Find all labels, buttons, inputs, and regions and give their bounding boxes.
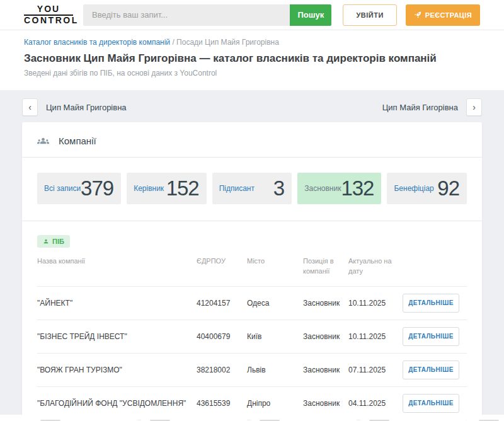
next-person-label: Цип Майя Гигорівна — [382, 103, 458, 112]
search-input[interactable] — [83, 4, 290, 26]
position-cell: Засновник — [303, 299, 348, 308]
table-row: "БІЗНЕС ТРЕЙД ІНВЕСТ" 40400679 Київ Засн… — [37, 320, 467, 354]
groups-icon — [37, 135, 49, 147]
table-header-row: Назва компанії ЄДРПОУ Місто Позиція в ко… — [37, 257, 467, 287]
bottom-card-row — [0, 415, 504, 421]
bottom-card[interactable] — [141, 415, 247, 421]
bottom-card[interactable] — [470, 415, 504, 421]
tab-value: 3 — [273, 176, 284, 200]
col-header-position: Позиція в компанії — [303, 257, 348, 277]
companies-table: ПІБ Назва компанії ЄДРПОУ Місто Позиція … — [22, 235, 482, 420]
prev-person-button[interactable]: ‹ — [22, 98, 38, 116]
tab-all-records[interactable]: Всі записи 379 — [37, 173, 121, 204]
city-cell: Дніпро — [247, 399, 303, 408]
tab-value: 132 — [341, 176, 374, 200]
details-button[interactable]: ДЕТАЛЬНІШЕ — [403, 394, 459, 413]
date-cell: 04.11.2025 — [348, 399, 403, 408]
pager-next-group: Цип Майя Гигорівна › — [374, 98, 482, 116]
bottom-card[interactable] — [0, 415, 28, 421]
edrpou-cell: 40400679 — [197, 332, 247, 341]
company-name-cell: "АЙНЕКТ" — [37, 299, 197, 308]
filter-badge-row: ПІБ — [37, 235, 467, 248]
main-content: ‹ Цип Майя Григорівна Цип Майя Гигорівна… — [0, 90, 504, 421]
search-button[interactable]: Пошук — [290, 4, 331, 26]
companies-card: Компанії Всі записи 379 Керівник 152 Під… — [22, 122, 482, 421]
page-title: Засновник Цип Майя Григорівна — каталог … — [24, 52, 480, 65]
table-row: "ВОЯЖ ГРАН ТУРІЗМО" 38218002 Львів Засно… — [37, 354, 467, 387]
tab-benefitsiar[interactable]: Бенефіціар 92 — [387, 173, 467, 204]
details-button[interactable]: ДЕТАЛЬНІШЕ — [403, 360, 459, 379]
top-section: YOU CONTROL Пошук УВІЙТИ РЕЄСТРАЦІЯ Ката… — [0, 0, 504, 90]
position-cell: Засновник — [303, 399, 348, 408]
details-button[interactable]: ДЕТАЛЬНІШЕ — [403, 327, 459, 346]
company-name-cell: "БІЗНЕС ТРЕЙД ІНВЕСТ" — [37, 332, 197, 341]
tab-zasnovnyk[interactable]: Засновник 132 — [297, 173, 381, 204]
chevron-left-icon: ‹ — [28, 103, 32, 112]
tab-kerivnyk[interactable]: Керівник 152 — [127, 173, 207, 204]
page-header: Каталог власників та директорів компаній… — [0, 30, 504, 90]
chevron-right-icon: › — [472, 103, 476, 112]
tab-value: 152 — [166, 176, 199, 200]
header: YOU CONTROL Пошук УВІЙТИ РЕЄСТРАЦІЯ — [0, 0, 504, 30]
company-name-cell: "БЛАГОДІЙНИЙ ФОНД "УСВІДОМЛЕННЯ" — [37, 399, 197, 408]
breadcrumb-link[interactable]: Каталог власників та директорів компаній — [24, 38, 170, 47]
register-button[interactable]: РЕЄСТРАЦІЯ — [406, 4, 480, 26]
role-tabs: Всі записи 379 Керівник 152 Підписант 3 … — [22, 158, 482, 221]
pib-badge-label: ПІБ — [52, 238, 64, 245]
next-person-button[interactable]: › — [466, 98, 482, 116]
breadcrumb-separator: / — [172, 38, 174, 47]
bottom-card[interactable] — [32, 415, 137, 421]
page-subtitle: Зведені дані збігів по ПІБ, на основі да… — [24, 69, 480, 78]
date-cell: 07.11.2025 — [348, 366, 403, 374]
logo-text-bottom: CONTROL — [24, 16, 73, 25]
login-button[interactable]: УВІЙТИ — [343, 4, 396, 26]
city-cell: Київ — [247, 332, 303, 341]
edrpou-cell: 43615539 — [197, 399, 247, 408]
logo-text-top: YOU — [24, 4, 73, 16]
position-cell: Засновник — [303, 332, 348, 341]
date-cell: 10.11.2025 — [348, 299, 403, 308]
companies-card-header: Компанії — [22, 122, 482, 158]
search-bar: Пошук — [83, 4, 331, 26]
city-cell: Одеса — [247, 299, 303, 308]
pager-prev-group: ‹ Цип Майя Григорівна — [22, 98, 135, 116]
tab-label: Всі записи — [44, 184, 81, 193]
tab-pidpysant[interactable]: Підписант 3 — [212, 173, 292, 204]
tab-label: Засновник — [304, 184, 341, 193]
company-name-cell: "ВОЯЖ ГРАН ТУРІЗМО" — [37, 366, 197, 374]
pib-filter-badge[interactable]: ПІБ — [37, 235, 70, 248]
tab-value: 379 — [81, 176, 113, 200]
edrpou-cell: 38218002 — [197, 366, 247, 374]
details-button[interactable]: ДЕТАЛЬНІШЕ — [403, 294, 459, 313]
col-header-city: Місто — [247, 257, 303, 267]
bottom-card[interactable] — [360, 415, 466, 421]
col-header-name: Назва компанії — [37, 257, 197, 267]
breadcrumb: Каталог власників та директорів компаній… — [24, 38, 480, 47]
register-button-label: РЕЄСТРАЦІЯ — [425, 11, 472, 19]
breadcrumb-current: Посади Цип Майя Григорівна — [176, 38, 279, 47]
section-title: Компанії — [59, 136, 96, 146]
col-header-edrpou: ЄДРПОУ — [197, 257, 247, 267]
youcontrol-logo[interactable]: YOU CONTROL — [24, 4, 73, 25]
col-header-date: Актуально на дату — [348, 257, 403, 277]
tab-label: Бенефіціар — [394, 184, 433, 193]
edrpou-cell: 41204157 — [197, 299, 247, 308]
city-cell: Львів — [247, 366, 303, 374]
bottom-card[interactable] — [251, 415, 357, 421]
tab-label: Керівник — [134, 184, 164, 193]
tab-label: Підписант — [219, 184, 255, 193]
prev-person-label: Цип Майя Григорівна — [46, 103, 127, 112]
person-pager: ‹ Цип Майя Григорівна Цип Майя Гигорівна… — [22, 98, 482, 116]
date-cell: 10.11.2025 — [348, 332, 403, 341]
person-icon — [43, 238, 49, 245]
table-row: "АЙНЕКТ" 41204157 Одеса Засновник 10.11.… — [37, 287, 467, 320]
rocket-icon — [414, 11, 421, 19]
tab-value: 92 — [437, 176, 459, 200]
position-cell: Засновник — [303, 366, 348, 374]
